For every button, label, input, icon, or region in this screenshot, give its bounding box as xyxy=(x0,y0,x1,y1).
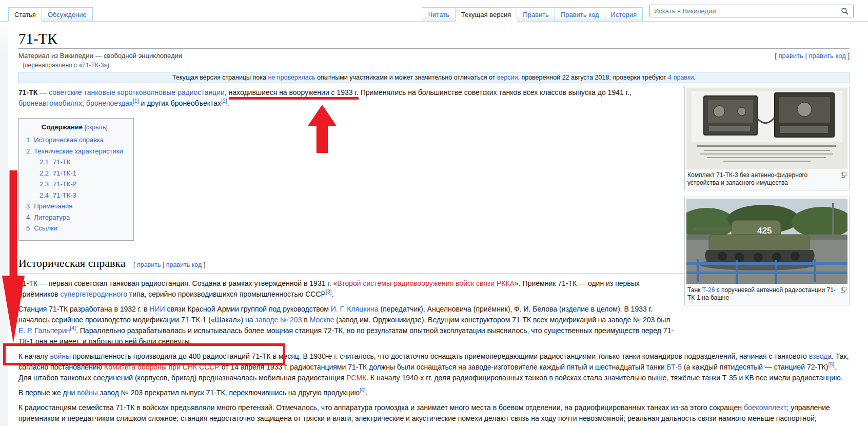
toc-item: 3Примечания xyxy=(26,201,123,212)
section-heading-text: Историческая справка xyxy=(18,257,125,269)
toc-link[interactable]: 3Примечания xyxy=(26,202,72,210)
thumb-caption: Танк Т-26 с поручневой антенной радиоста… xyxy=(687,286,836,301)
toc-list: 1Историческая справка2Технические характ… xyxy=(26,134,123,234)
reference-link: [2] xyxy=(221,98,227,104)
inline-link[interactable]: советские танковые коротковолновые радио… xyxy=(49,88,225,96)
inline-link[interactable]: НИИ xyxy=(149,305,165,313)
view-tabs: ЧитатьТекущая версияПравитьПравить кодИс… xyxy=(422,7,643,21)
reference-link: [4] xyxy=(70,325,76,331)
inline-link[interactable]: И. Г. Кляцкина xyxy=(331,305,379,313)
reference-link-anchor[interactable]: [2] xyxy=(221,98,227,104)
redirect-note: (перенаправлено с «71-ТК-3») xyxy=(23,62,850,69)
thumb-radio-set: Комплект 71-ТК-3 без антенно-фидерного у… xyxy=(684,86,850,190)
namespace-tabs: СтатьяОбсуждение xyxy=(8,7,93,21)
inline-link[interactable]: править код xyxy=(808,52,845,60)
table-of-contents: Содержание [скрыть] 1Историческая справк… xyxy=(18,118,134,241)
toc-item: 2Технические характеристики xyxy=(26,146,123,157)
toc-link[interactable]: 5Ссылки xyxy=(26,224,57,232)
toc-item: 4Литература xyxy=(26,212,123,223)
magnify-icon[interactable] xyxy=(841,172,846,178)
inline-link[interactable]: править xyxy=(137,261,161,268)
inline-link[interactable]: не проверялась xyxy=(268,74,315,81)
toc-link[interactable]: 2Технические характеристики xyxy=(26,147,123,155)
toc-item: 2.271-ТК-1 xyxy=(26,168,123,179)
inline-link[interactable]: Е. Р. Гальперин xyxy=(18,326,70,335)
inline-link[interactable]: БТ-5 xyxy=(667,363,682,371)
paragraph-5: К радиостанциям семейства 71-ТК в войска… xyxy=(18,402,850,426)
toc-hide-toggle[interactable]: [скрыть] xyxy=(85,124,108,131)
paragraph-3: К началу войны промышленность производил… xyxy=(18,351,850,383)
reference-link-anchor[interactable]: [1] xyxy=(133,98,139,104)
search-box xyxy=(649,5,854,17)
toc-link[interactable]: 2.271-ТК-1 xyxy=(40,169,76,177)
page-header: СтатьяОбсуждение ЧитатьТекущая версияПра… xyxy=(0,0,868,22)
toc-item: 1Историческая справка xyxy=(26,134,123,146)
toc-link[interactable]: 2.171-ТК xyxy=(40,158,70,166)
tab-current-version[interactable]: Текущая версия xyxy=(455,7,517,21)
reference-link: [6] xyxy=(360,387,366,393)
tab-edit[interactable]: Править xyxy=(517,7,555,21)
search-input[interactable] xyxy=(650,7,839,15)
tab-edit-source[interactable]: Править код xyxy=(555,7,605,21)
flagged-revisions-notice: Текущая версия страницы пока не проверял… xyxy=(18,72,850,83)
section-edit-links: [ править | править код ] xyxy=(133,261,205,268)
tab-history[interactable]: История xyxy=(605,7,643,21)
inline-link[interactable]: версии xyxy=(497,74,518,81)
reference-link-anchor[interactable]: [4] xyxy=(70,325,76,331)
inline-link[interactable]: РСМК xyxy=(346,374,366,382)
reference-link-anchor[interactable]: [5] xyxy=(828,361,835,367)
thumb-caption: Комплект 71-ТК-3 без антенно-фидерного у… xyxy=(687,171,807,186)
page-left-margin xyxy=(0,22,8,426)
toc-item: 2.471-ТК-3 xyxy=(26,190,123,201)
tab-read[interactable]: Читать xyxy=(422,7,455,21)
reference-link: [1] xyxy=(133,98,139,104)
inline-link[interactable]: бронеавтомобилях xyxy=(18,99,82,107)
toc-title: Содержание xyxy=(42,123,83,131)
reference-link: [3] xyxy=(326,288,332,295)
annotated-text: находившиеся на вооружении с 1933 г. xyxy=(229,88,359,100)
toc-link[interactable]: 4Литература xyxy=(26,214,70,221)
inline-link[interactable]: Второй системы радиовооружения войск свя… xyxy=(337,279,515,287)
article-content: 71-ТК Материал из Википедии — свободной … xyxy=(9,30,868,426)
tank-photo[interactable]: 425 xyxy=(686,199,847,284)
inline-link[interactable]: править код xyxy=(166,261,202,268)
inline-link[interactable]: 4 правки xyxy=(668,74,694,81)
inline-link[interactable]: Москве xyxy=(310,316,334,324)
reference-link-anchor[interactable]: [3] xyxy=(326,288,332,295)
tank-turret-number: 425 xyxy=(757,226,772,236)
inline-link[interactable]: взвода xyxy=(809,352,832,360)
radio-station-photo[interactable] xyxy=(686,88,847,169)
tab-talk[interactable]: Обсуждение xyxy=(42,7,93,21)
inline-link[interactable]: войны xyxy=(77,389,98,397)
inline-link[interactable]: супергетеродинного xyxy=(61,290,127,298)
toc-link[interactable]: 1Историческая справка xyxy=(26,136,104,144)
inline-link[interactable]: бронепоездах xyxy=(86,99,133,107)
toc-link[interactable]: 2.471-ТК-3 xyxy=(40,191,76,199)
thumbnail-column: Комплект 71-ТК-3 без антенно-фидерного у… xyxy=(684,86,850,312)
inline-link[interactable]: Т-26 xyxy=(702,286,715,294)
magnify-icon[interactable] xyxy=(841,287,846,293)
inline-link[interactable]: 71-ТК-3 xyxy=(82,62,104,69)
toc-link[interactable]: 2.371-ТК-2 xyxy=(40,180,76,188)
inline-link[interactable]: Комитета обороны при СНК СССР xyxy=(104,363,220,371)
bold-text: 71-ТК xyxy=(18,88,37,96)
inline-link[interactable]: заводе № 203 xyxy=(255,316,302,324)
toc-item: 2.171-ТК xyxy=(26,157,123,168)
thumb-tank-photo: 425 Танк Т-26 с поручневой антенной р xyxy=(684,197,850,305)
page-title: 71-ТК xyxy=(18,30,850,49)
toc-item: 5Ссылки xyxy=(26,223,123,234)
inline-link[interactable]: боекомплект xyxy=(744,403,787,412)
tab-article[interactable]: Статья xyxy=(8,7,42,21)
search-button[interactable] xyxy=(839,8,853,15)
reference-link: [5] xyxy=(828,361,835,367)
site-tagline: Материал из Википедии — свободной энцикл… xyxy=(18,52,182,60)
inline-link[interactable]: войны xyxy=(50,352,71,360)
paragraph-4: В первые же дни войны завод № 203 прекра… xyxy=(18,388,850,398)
page-edit-links: [ править | править код ] xyxy=(775,52,850,60)
inline-link[interactable]: править xyxy=(778,52,803,60)
toc-item: 2.371-ТК-2 xyxy=(26,179,123,190)
reference-link-anchor[interactable]: [6] xyxy=(360,387,366,393)
search-icon xyxy=(841,8,849,15)
